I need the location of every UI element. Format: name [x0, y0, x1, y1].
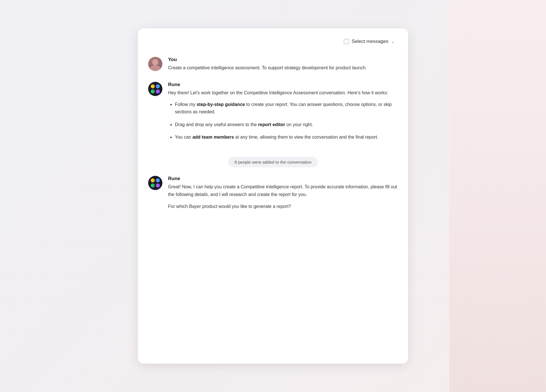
dot-purple: [156, 89, 160, 93]
user-avatar-image: [148, 57, 162, 71]
chat-messages-list: You Create a competitive intelligence as…: [138, 51, 408, 364]
message-author-rune-2: Rune: [168, 176, 398, 182]
bullet-1-before: Follow my: [175, 102, 197, 107]
rune-avatar-dots-2: [149, 177, 162, 189]
message-text-rune-1: Hey there! Let's work together on the Co…: [168, 89, 398, 141]
avatar-user: [148, 57, 162, 71]
avatar-rune-2: [148, 176, 162, 190]
dot-purple-2: [156, 184, 160, 187]
chevron-down-icon: ⌄: [391, 39, 394, 44]
page-background: Select messages ⌄ You Create a competiti…: [0, 0, 546, 392]
message-author-rune-1: Rune: [168, 82, 398, 87]
rune-intro-text: Hey there! Let's work together on the Co…: [168, 90, 388, 95]
rune-avatar-dots: [149, 83, 162, 95]
message-text-you: Create a competitive intelligence assess…: [168, 64, 398, 72]
bullet-2-before: Drag and drop any useful answers to the: [175, 122, 258, 127]
dot-green-2: [151, 184, 155, 187]
bullet-3-before: You can: [175, 135, 193, 139]
chat-container: Select messages ⌄ You Create a competiti…: [138, 28, 408, 364]
dot-blue: [156, 84, 160, 88]
message-content-you: You Create a competitive intelligence as…: [168, 57, 398, 72]
select-messages-button[interactable]: Select messages ⌄: [340, 36, 398, 47]
message-block-rune-2: Rune Great! Now, I can help you create a…: [148, 176, 398, 210]
select-messages-label: Select messages: [352, 39, 388, 44]
system-message-badge: 8 people were added to the conversation: [228, 157, 318, 167]
message-content-rune-1: Rune Hey there! Let's work together on t…: [168, 82, 398, 141]
rune-2-main-text: Great! Now, I can help you create a Comp…: [168, 184, 397, 197]
bullet-item-1: Follow my step-by-step guidance to creat…: [175, 101, 398, 116]
bullet-3-after: at any time, allowing them to view the c…: [234, 135, 379, 139]
bullet-2-after: on your right.: [285, 122, 313, 127]
rune-bullet-list: Follow my step-by-step guidance to creat…: [170, 101, 398, 141]
select-messages-checkbox[interactable]: [344, 39, 349, 44]
avatar-rune-1: [148, 82, 162, 96]
bullet-item-2: Drag and drop any useful answers to the …: [175, 121, 398, 128]
rune-2-partial-text: For which Bayer product would you like t…: [168, 203, 398, 210]
message-content-rune-2: Rune Great! Now, I can help you create a…: [168, 176, 398, 210]
chat-header: Select messages ⌄: [138, 28, 408, 51]
bullet-2-bold: report editor: [258, 122, 285, 127]
dot-yellow-2: [151, 178, 155, 182]
bullet-3-bold: add team members: [193, 135, 234, 139]
dot-yellow: [151, 84, 155, 88]
message-author-you: You: [168, 57, 398, 62]
system-message-notification: 8 people were added to the conversation: [148, 157, 398, 167]
bullet-item-3: You can add team members at any time, al…: [175, 134, 398, 141]
dot-blue-2: [156, 178, 160, 182]
message-block-you: You Create a competitive intelligence as…: [148, 57, 398, 72]
bullet-1-bold: step-by-step guidance: [197, 102, 245, 107]
message-block-rune-1: Rune Hey there! Let's work together on t…: [148, 82, 398, 141]
dot-green: [151, 89, 155, 93]
message-text-rune-2: Great! Now, I can help you create a Comp…: [168, 183, 398, 210]
